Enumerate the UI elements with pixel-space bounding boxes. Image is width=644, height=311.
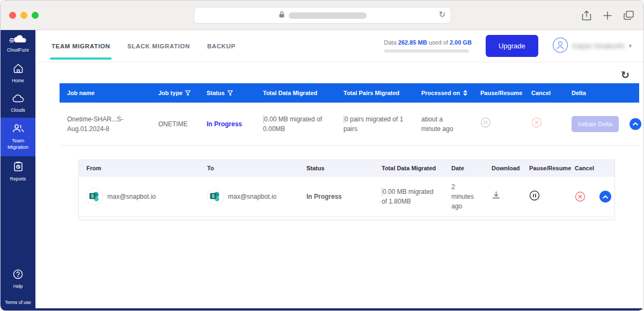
col-status: Status xyxy=(199,90,255,96)
bottom-strip xyxy=(1,308,643,310)
fullscreen-button[interactable] xyxy=(32,12,39,19)
pairs-table-header: From To Status Total Data Migrated Date … xyxy=(79,160,614,176)
job-type: ONETIME xyxy=(151,114,199,134)
pair-to-account: max@snapbot.io xyxy=(228,192,276,201)
tab-slack-migration[interactable]: SLACK MIGRATION xyxy=(127,30,190,62)
pair-to: S max@snapbot.io xyxy=(200,183,299,210)
filter-icon[interactable] xyxy=(228,90,233,96)
cancel-icon[interactable] xyxy=(575,191,586,202)
sidebar-item-label: Team Migration xyxy=(2,138,34,150)
pair-from-account: max@snapbot.io xyxy=(107,192,156,201)
sort-icon[interactable] xyxy=(463,90,468,96)
sidebar-item-home[interactable]: Home xyxy=(1,58,35,89)
data-total-value: 2.00 GB xyxy=(450,39,472,46)
collapse-row-button[interactable] xyxy=(630,118,641,130)
home-icon xyxy=(13,63,24,76)
sidebar: CloudFuze Home Clouds Team Migration xyxy=(1,30,35,311)
data-usage-progressbar xyxy=(384,49,469,53)
sidebar-item-clouds[interactable]: Clouds xyxy=(1,89,35,118)
col-pause-resume: Pause/Resume xyxy=(473,90,524,96)
traffic-lights xyxy=(9,1,39,30)
tab-overview-icon[interactable] xyxy=(624,11,634,20)
minimize-button[interactable] xyxy=(20,12,27,19)
pair-row: S max@snapbot.io S max@snapbot.io xyxy=(79,176,614,216)
col-delta: Delta xyxy=(564,90,639,96)
col-date: Date xyxy=(444,165,484,171)
pair-from: S max@snapbot.io xyxy=(79,183,200,210)
pause-icon[interactable] xyxy=(529,190,540,201)
browser-chrome: ↻ xyxy=(1,1,643,30)
col-job-type: Job type xyxy=(151,90,199,96)
jobs-table-header: Job name Job type Status xyxy=(60,83,639,103)
job-delta-cell: Initiate Delta xyxy=(564,111,643,138)
job-pause-cell xyxy=(473,112,524,136)
svg-text:S: S xyxy=(211,193,215,199)
jobs-table: Job name Job type Status xyxy=(60,83,639,220)
col-total-data-migrated: Total Data Migrated xyxy=(255,90,336,96)
user-menu[interactable]: Kalyan Srivakurthi ▾ xyxy=(552,37,632,55)
sidebar-item-reports[interactable]: Reports xyxy=(1,156,35,187)
cancel-icon[interactable] xyxy=(531,117,542,128)
col-status: Status xyxy=(299,165,374,171)
col-cancel: Cancel xyxy=(524,90,564,96)
tab-team-migration[interactable]: TEAM MIGRATION xyxy=(52,30,110,62)
tab-backup[interactable]: BACKUP xyxy=(207,30,236,62)
pair-cancel-cell xyxy=(567,185,619,208)
sidebar-item-help[interactable]: Help xyxy=(12,264,24,294)
help-icon xyxy=(13,269,23,281)
reports-icon xyxy=(13,161,23,174)
cloudfuze-logo: CloudFuze xyxy=(6,30,30,58)
reload-icon[interactable]: ↻ xyxy=(438,10,445,19)
pair-status: In Progress xyxy=(299,186,374,207)
new-tab-icon[interactable] xyxy=(603,11,612,20)
job-processed-on: about a minute ago xyxy=(414,109,470,139)
sidebar-item-label: Clouds xyxy=(11,107,25,113)
upgrade-button[interactable]: Upgrade xyxy=(486,35,538,57)
col-job-name: Job name xyxy=(60,90,151,96)
pair-date: 2 minutes ago xyxy=(444,177,482,216)
job-row: Onetime-SHAR...S-Aug.01.2024-8 ONETIME I… xyxy=(60,103,639,146)
filter-icon[interactable] xyxy=(185,90,191,96)
col-processed-on: Processed on xyxy=(414,90,473,96)
chevron-up-icon xyxy=(603,195,608,199)
initiate-delta-button[interactable]: Initiate Delta xyxy=(572,116,619,132)
avatar-icon xyxy=(552,37,568,55)
refresh-icon[interactable]: ↻ xyxy=(621,70,630,80)
sidebar-item-team-migration[interactable]: Team Migration xyxy=(1,118,35,156)
close-button[interactable] xyxy=(9,12,16,19)
pause-icon[interactable] xyxy=(480,117,491,128)
job-cancel-cell xyxy=(524,112,564,136)
team-icon xyxy=(12,124,25,135)
col-from: From xyxy=(79,165,200,171)
col-total-pairs-migrated: Total Pairs Migrated xyxy=(336,90,414,96)
user-name: Kalyan Srivakurthi xyxy=(573,42,625,50)
job-name: Onetime-SHAR...S-Aug.01.2024-8 xyxy=(60,109,140,139)
job-data-migrated: 0.00 MB migrated of 0.00MB xyxy=(255,109,336,139)
sharepoint-icon: S xyxy=(207,189,223,205)
address-bar[interactable]: ↻ xyxy=(194,7,451,24)
sidebar-item-label: Help xyxy=(13,284,23,289)
job-pairs-migrated: 0 pairs migrated of 1 pairs xyxy=(336,109,414,139)
cloud-icon xyxy=(12,93,25,105)
pair-pause-cell xyxy=(522,185,567,209)
col-to: To xyxy=(200,165,299,171)
share-icon[interactable] xyxy=(582,10,591,21)
sidebar-item-label: Reports xyxy=(10,176,26,182)
job-status: In Progress xyxy=(199,114,255,134)
collapse-pair-button[interactable] xyxy=(599,191,611,202)
col-cancel: Cancel xyxy=(567,165,614,171)
col-download: Download xyxy=(484,165,522,171)
browser-window: ↻ CloudFuze xyxy=(0,0,644,311)
chevron-down-icon: ▾ xyxy=(628,42,632,49)
brand-label: CloudFuze xyxy=(7,47,29,53)
pairs-table: From To Status Total Data Migrated Date … xyxy=(78,160,615,220)
col-total-data-migrated: Total Data Migrated xyxy=(374,165,444,171)
download-icon[interactable] xyxy=(492,191,501,200)
sharepoint-icon: S xyxy=(86,189,103,205)
main-area: TEAM MIGRATION SLACK MIGRATION BACKUP Da… xyxy=(35,30,643,311)
topbar-right: Data 262.85 MB used of 2.00 GB Upgrade xyxy=(384,35,632,57)
sidebar-item-label: Home xyxy=(12,78,24,84)
col-pause-resume: Pause/Resume xyxy=(522,165,567,171)
cloudfuze-logo-icon xyxy=(9,35,27,46)
content-area: ↻ Job name Job type Status xyxy=(35,62,643,311)
